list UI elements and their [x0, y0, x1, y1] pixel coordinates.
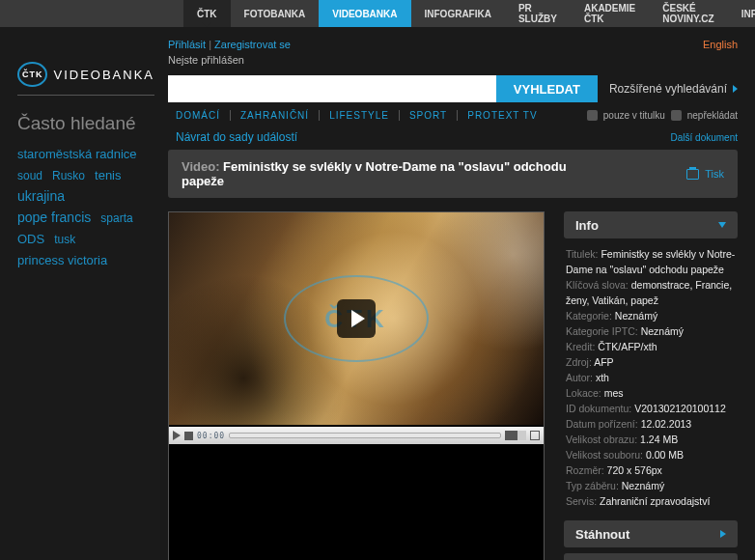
info-row: Velikost obrazu: 1.24 MB	[566, 432, 736, 447]
document-title-bar: Video: Feministky se svlékly v Notre-Dam…	[168, 150, 738, 198]
info-value: Neznámý	[615, 310, 657, 322]
play-button[interactable]	[337, 299, 376, 338]
no-translate-label: nepřekládat	[687, 110, 738, 121]
login-link[interactable]: Přihlásit	[168, 39, 206, 50]
panel-download-header[interactable]: Stáhnout	[564, 520, 738, 547]
language-switch[interactable]: English	[703, 39, 738, 50]
topnav-tab-infobanka[interactable]: INFOBANKA	[728, 0, 755, 27]
topnav-tab-fotobanka[interactable]: FOTOBANKA	[231, 0, 320, 27]
fullscreen-icon[interactable]	[530, 431, 540, 440]
info-row: Servis: Zahraniční zpravodajství	[566, 493, 736, 509]
info-key: Zdroj:	[566, 356, 594, 368]
chevron-down-icon	[718, 222, 726, 228]
video-frame[interactable]: ČTK	[169, 212, 544, 425]
tag-starom-stsk-radnice[interactable]: staroměstská radnice	[17, 144, 137, 164]
video-time: 00:00	[197, 432, 225, 440]
no-translate-checkbox[interactable]	[671, 110, 682, 121]
info-value: 720 x 576px	[607, 464, 662, 476]
category-protext-tv[interactable]: PROTEXT TV	[457, 110, 546, 121]
back-to-events-link[interactable]: Návrat do sady událostí	[168, 130, 297, 144]
info-value: Neznámý	[641, 325, 684, 337]
search-button[interactable]: VYHLEDAT	[496, 75, 598, 102]
video-player: ČTK 00:00	[168, 211, 545, 560]
info-key: ID dokumentu:	[566, 403, 634, 414]
category-lifestyle[interactable]: LIFESTYLE	[319, 110, 399, 121]
advanced-search-link[interactable]: Rozšířené vyhledávání	[609, 82, 738, 96]
tag-ukrajina[interactable]: ukrajina	[17, 186, 65, 207]
info-key: Kategorie:	[566, 310, 615, 322]
next-document-link[interactable]: Další dokument	[671, 132, 738, 143]
panel-info-header[interactable]: Info	[564, 211, 738, 238]
info-key: Kredit:	[566, 341, 598, 352]
info-row: Typ záběru: Neznámý	[566, 478, 736, 493]
info-value: Neznámý	[622, 480, 664, 491]
often-searched-heading: Často hledané	[17, 113, 154, 134]
info-value: Zahraniční zpravodajství	[600, 495, 710, 507]
category-dom-c-[interactable]: DOMÁCÍ	[168, 110, 230, 121]
logo-mark-icon: ČTK	[17, 62, 47, 87]
top-nav: ČTKFOTOBANKAVIDEOBANKAINFOGRAFIKAPR SLUŽ…	[0, 0, 755, 27]
info-row: Zdroj: AFP	[566, 354, 736, 370]
video-progress[interactable]	[229, 433, 501, 438]
document-title-prefix: Video:	[182, 159, 223, 174]
info-key: Lokace:	[566, 387, 604, 399]
print-button[interactable]: Tisk	[686, 168, 724, 180]
panel-download-label: Stáhnout	[575, 527, 629, 542]
control-stop-icon[interactable]	[184, 432, 193, 440]
title-only-label: pouze v titulku	[603, 110, 665, 121]
logo-text: VIDEOBANKA	[53, 68, 154, 82]
info-row: Rozměr: 720 x 576px	[566, 462, 736, 478]
info-key: Klíčová slova:	[566, 279, 631, 291]
brand-logo[interactable]: ČTK VIDEOBANKA	[17, 39, 154, 96]
topnav-tab-akademie-tk[interactable]: AKADEMIE ČTK	[571, 0, 649, 27]
print-icon	[686, 169, 699, 180]
info-row: Kategorie: Neznámý	[566, 308, 736, 323]
info-key: Datum pořízení:	[566, 418, 641, 430]
info-key: Rozměr:	[566, 464, 607, 476]
info-row: Velikost souboru: 0.00 MB	[566, 447, 736, 462]
info-key: Titulek:	[566, 248, 601, 260]
control-play-icon[interactable]	[173, 431, 181, 440]
topnav-tab-videobanka[interactable]: VIDEOBANKA	[319, 0, 410, 27]
info-value: 1.24 MB	[640, 434, 678, 445]
tag-tusk[interactable]: tusk	[54, 230, 75, 250]
info-value: V201302120100112	[634, 403, 726, 414]
tag-ods[interactable]: ODS	[17, 229, 44, 249]
auth-sep: |	[206, 39, 214, 50]
register-link[interactable]: Zaregistrovat se	[214, 39, 291, 50]
search-input[interactable]	[168, 75, 496, 102]
print-label: Tisk	[705, 168, 724, 180]
info-key: Velikost obrazu:	[566, 434, 640, 445]
info-key: Velikost souboru:	[566, 449, 646, 461]
category-zahrani-n-[interactable]: ZAHRANIČNÍ	[230, 110, 319, 121]
tag-princess-victoria[interactable]: princess victoria	[17, 250, 107, 270]
topnav-tab-pr-slu-by[interactable]: PR SLUŽBY	[505, 0, 571, 27]
info-value: AFP	[594, 356, 613, 368]
info-value: mes	[604, 387, 624, 399]
search-box: VYHLEDAT	[168, 75, 598, 102]
category-nav: DOMÁCÍZAHRANIČNÍLIFESTYLESPORTPROTEXT TV…	[168, 110, 738, 121]
info-value: ČTK/AFP/xth	[598, 341, 657, 352]
topnav-tab-infografika[interactable]: INFOGRAFIKA	[411, 0, 505, 27]
panel-info-label: Info	[575, 218, 599, 233]
topnav-tab--esk-noviny-cz[interactable]: ČESKÉ NOVINY.CZ	[649, 0, 727, 27]
tag-tenis[interactable]: tenis	[95, 165, 121, 185]
info-key: Typ záběru:	[566, 480, 622, 491]
tag-sparta[interactable]: sparta	[100, 209, 132, 229]
panel-desc-header[interactable]: Popis	[564, 553, 738, 560]
tag-soud[interactable]: soud	[17, 166, 42, 186]
volume-icon[interactable]	[505, 431, 526, 440]
info-row: Kredit: ČTK/AFP/xth	[566, 339, 736, 354]
info-row: Datum pořízení: 12.02.2013	[566, 416, 736, 432]
topnav-tab--tk[interactable]: ČTK	[183, 0, 231, 27]
info-value: 0.00 MB	[646, 449, 684, 461]
category-sport[interactable]: SPORT	[399, 110, 457, 121]
info-key: Autor:	[566, 372, 596, 383]
tag-pope-francis[interactable]: pope francis	[17, 208, 91, 228]
info-value: xth	[596, 372, 609, 383]
tag-rusko[interactable]: Rusko	[52, 166, 85, 186]
info-value: 12.02.2013	[641, 418, 692, 430]
auth-status: Nejste přihlášen	[168, 54, 738, 66]
chevron-right-icon	[733, 85, 738, 93]
title-only-checkbox[interactable]	[587, 110, 598, 121]
